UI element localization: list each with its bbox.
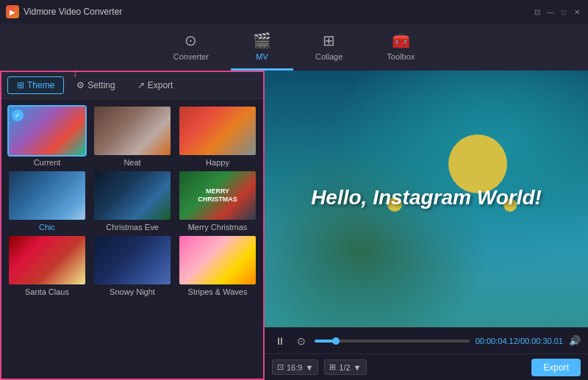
setting-gear-icon: ⚙: [76, 80, 85, 90]
theme-item-happy[interactable]: Happy: [178, 105, 257, 167]
collage-icon: ⊞: [323, 32, 335, 49]
restore-icon[interactable]: —: [545, 7, 556, 17]
theme-thumb-christmas-eve: [93, 170, 172, 221]
theme-thumb-snowy-night: [93, 234, 172, 286]
ratio-chevron-icon: ▼: [305, 363, 313, 372]
fraction-value: 1/2: [339, 363, 350, 372]
main-content: ⊞ Theme ⚙ Setting ↗ Export ✓: [0, 71, 588, 380]
tab-mv[interactable]: 🎬 MV: [231, 24, 293, 71]
theme-item-neat[interactable]: Neat: [93, 105, 172, 167]
nav-tabs-container: ⊙ Converter 🎬 MV ⊞ Collage 🧰 Toolbox ↓: [0, 24, 588, 71]
left-panel: ⊞ Theme ⚙ Setting ↗ Export ✓: [0, 71, 265, 380]
collage-label: Collage: [315, 52, 343, 61]
preview-overlay-text: Hello, Instagram World!: [311, 186, 542, 209]
theme-label-happy: Happy: [206, 158, 229, 167]
nav-tabs: ⊙ Converter 🎬 MV ⊞ Collage 🧰 Toolbox: [0, 24, 588, 71]
play-pause-button[interactable]: ⏸: [272, 332, 288, 350]
fraction-icon: ⊞: [329, 362, 336, 372]
tab-collage[interactable]: ⊞ Collage: [293, 24, 365, 71]
fraction-chevron-icon: ▼: [354, 363, 362, 372]
maximize-icon[interactable]: □: [559, 7, 569, 17]
playback-controls: ⏸ ⊙ 00:00:04.12/00:00:30.01 🔊: [265, 327, 588, 354]
titlebar: ▶ Vidmore Video Converter ⊡ — □ ✕: [0, 0, 588, 24]
theme-check-icon: ✓: [12, 110, 24, 121]
theme-item-christmas-eve[interactable]: Christmas Eve: [93, 170, 172, 232]
ratio-icon: ⊡: [277, 362, 284, 372]
theme-label-snowy-night: Snowy Night: [110, 287, 155, 296]
theme-item-snowy-night[interactable]: Snowy Night: [93, 234, 172, 296]
theme-item-merry-christmas[interactable]: MERRYCHRISTMAS Merry Christmas: [178, 170, 257, 232]
toolbox-icon: 🧰: [392, 32, 410, 49]
preview-area: Hello, Instagram World!: [265, 71, 588, 327]
theme-label-current: Current: [34, 158, 61, 167]
progress-handle[interactable]: [332, 337, 340, 345]
subtab-theme[interactable]: ⊞ Theme: [7, 76, 64, 94]
export-tab-label: Export: [148, 80, 173, 90]
converter-icon: ⊙: [184, 32, 197, 49]
theme-label-neat: Neat: [123, 158, 140, 167]
theme-item-stripes-waves[interactable]: Stripes & Waves: [178, 234, 257, 296]
theme-thumb-happy: [178, 105, 257, 157]
theme-tab-label: Theme: [27, 80, 54, 90]
app-icon: ▶: [6, 5, 19, 18]
arrow-indicator: ↓: [72, 66, 78, 79]
converter-label: Converter: [173, 52, 209, 61]
theme-thumb-santa-claus: [7, 234, 87, 286]
subtab-export[interactable]: ↗ Export: [128, 76, 183, 94]
app-title: Vidmore Video Converter: [24, 7, 122, 17]
ratio-value: 16:9: [287, 363, 302, 372]
theme-thumb-current: ✓: [7, 105, 87, 157]
theme-thumb-neat: [93, 105, 172, 157]
theme-label-chic: Chic: [39, 223, 55, 232]
theme-row-3: Santa Claus Snowy Night Stripes & Waves: [7, 234, 257, 296]
theme-thumb-stripes-waves: [178, 234, 257, 286]
mv-label: MV: [256, 52, 268, 61]
close-icon[interactable]: ✕: [572, 7, 582, 17]
titlebar-left: ▶ Vidmore Video Converter: [6, 5, 122, 18]
tab-converter[interactable]: ⊙ Converter: [151, 24, 231, 71]
sub-tabs: ⊞ Theme ⚙ Setting ↗ Export: [1, 72, 263, 99]
theme-item-santa-claus[interactable]: Santa Claus: [7, 234, 87, 296]
aspect-ratio-select[interactable]: ⊡ 16:9 ▼: [272, 359, 318, 375]
theme-row-1: ✓ Current Neat Happy: [7, 105, 257, 167]
preview-circle-large: [448, 135, 507, 193]
volume-icon[interactable]: 🔊: [569, 335, 581, 346]
minimize-icon[interactable]: ⊡: [532, 7, 542, 17]
theme-label-christmas-eve: Christmas Eve: [106, 223, 159, 232]
progress-bar[interactable]: [315, 340, 470, 343]
toolbox-label: Toolbox: [387, 52, 415, 61]
theme-label-merry-christmas: Merry Christmas: [188, 223, 248, 232]
time-display: 00:00:04.12/00:00:30.01: [476, 337, 563, 345]
fraction-select[interactable]: ⊞ 1/2 ▼: [324, 359, 366, 375]
theme-row-2: Chic Christmas Eve MERRYCHRISTMAS Merry …: [7, 170, 257, 232]
theme-grid: ✓ Current Neat Happy: [1, 99, 263, 379]
theme-item-current[interactable]: ✓ Current: [7, 105, 87, 167]
theme-item-chic[interactable]: Chic: [7, 170, 87, 232]
setting-tab-label: Setting: [87, 80, 115, 90]
stop-button[interactable]: ⊙: [294, 332, 309, 350]
preview-waves: [265, 224, 588, 327]
format-controls: ⊡ 16:9 ▼ ⊞ 1/2 ▼ Export: [265, 354, 588, 380]
theme-grid-icon: ⊞: [17, 80, 24, 90]
mv-icon: 🎬: [253, 32, 271, 49]
theme-thumb-merry-christmas: MERRYCHRISTMAS: [178, 170, 257, 221]
theme-label-santa-claus: Santa Claus: [25, 287, 69, 296]
titlebar-controls: ⊡ — □ ✕: [532, 7, 582, 17]
export-arrow-icon: ↗: [137, 80, 145, 90]
right-panel: Hello, Instagram World! ⏸ ⊙ 00:00:04.12/…: [265, 71, 588, 380]
tab-toolbox[interactable]: 🧰 Toolbox: [365, 24, 437, 71]
theme-label-stripes-waves: Stripes & Waves: [188, 287, 248, 296]
theme-thumb-chic: [7, 170, 87, 221]
export-button[interactable]: Export: [531, 359, 581, 376]
